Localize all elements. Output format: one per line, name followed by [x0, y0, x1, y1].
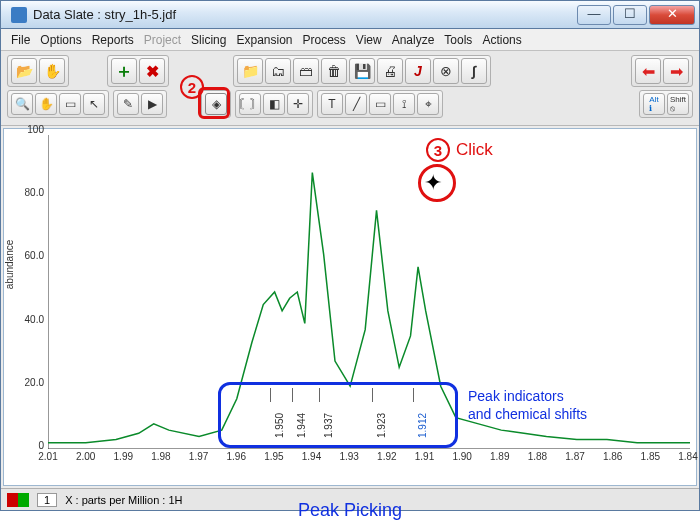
- next-button[interactable]: ➡: [663, 58, 689, 84]
- step3-badge: 3: [426, 138, 450, 162]
- y-axis-label: abundance: [4, 239, 15, 289]
- target-button[interactable]: ⌖: [417, 93, 439, 115]
- x-axis: 2.012.001.991.981.971.961.951.941.931.92…: [48, 449, 690, 475]
- menu-tools[interactable]: Tools: [444, 33, 472, 47]
- measure-button[interactable]: ⟟: [393, 93, 415, 115]
- titlebar[interactable]: Data Slate : stry_1h-5.jdf — ☐ ✕: [1, 1, 699, 29]
- window-buttons: — ☐ ✕: [577, 5, 695, 25]
- peak-labels-group: 1.9501.9441.9371.9231.912: [44, 388, 684, 448]
- peak-cursor-icon: ✦: [424, 170, 442, 196]
- play-button[interactable]: ▶: [141, 93, 163, 115]
- layers-button[interactable]: 🗃: [293, 58, 319, 84]
- y-axis: abundance 020.040.060.080.0100: [8, 135, 48, 445]
- zoom-button[interactable]: 🔍: [11, 93, 33, 115]
- integral-j-button[interactable]: J: [405, 58, 431, 84]
- trash-button[interactable]: 🗑: [321, 58, 347, 84]
- alt-toggle[interactable]: Altℹ: [643, 93, 665, 115]
- peak-label[interactable]: 1.950: [274, 413, 285, 438]
- app-icon: [11, 7, 27, 23]
- peak-label[interactable]: 1.923: [376, 413, 387, 438]
- pan-button[interactable]: ✋: [35, 93, 57, 115]
- crosshair-button[interactable]: ✛: [287, 93, 309, 115]
- click-annotation: Click: [456, 140, 493, 160]
- clear-button[interactable]: ⊗: [433, 58, 459, 84]
- menu-reports[interactable]: Reports: [92, 33, 134, 47]
- folder-button[interactable]: 📁: [237, 58, 263, 84]
- delete-button[interactable]: ✖: [139, 58, 165, 84]
- save-button[interactable]: 💾: [349, 58, 375, 84]
- print-button[interactable]: 🖨: [377, 58, 403, 84]
- peak-label[interactable]: 1.912: [417, 413, 428, 438]
- menubar: File Options Reports Project Slicing Exp…: [1, 29, 699, 51]
- brackets-button[interactable]: 〘〙: [239, 93, 261, 115]
- step2-badge: 2: [180, 75, 204, 99]
- open-folder-button[interactable]: 📂: [11, 58, 37, 84]
- menu-actions[interactable]: Actions: [482, 33, 521, 47]
- menu-expansion[interactable]: Expansion: [236, 33, 292, 47]
- stack-add-button[interactable]: 🗂: [265, 58, 291, 84]
- toolbar-area: 📂 ✋ ＋ ✖ 📁 🗂 🗃 🗑 💾 🖨 J ⊗ ∫: [1, 51, 699, 126]
- rect-button[interactable]: ▭: [369, 93, 391, 115]
- menu-file[interactable]: File: [11, 33, 30, 47]
- menu-view[interactable]: View: [356, 33, 382, 47]
- menu-options[interactable]: Options: [40, 33, 81, 47]
- menu-project: Project: [144, 33, 181, 47]
- peak-pick-button[interactable]: ◈: [205, 93, 227, 115]
- maximize-button[interactable]: ☐: [613, 5, 647, 25]
- add-button[interactable]: ＋: [111, 58, 137, 84]
- menu-analyze[interactable]: Analyze: [392, 33, 435, 47]
- region-button[interactable]: ▭: [59, 93, 81, 115]
- edit-button[interactable]: ✎: [117, 93, 139, 115]
- integral-button[interactable]: ∫: [461, 58, 487, 84]
- line-button[interactable]: ╱: [345, 93, 367, 115]
- close-button[interactable]: ✕: [649, 5, 695, 25]
- eraser-button[interactable]: ◧: [263, 93, 285, 115]
- pointer-button[interactable]: ↖: [83, 93, 105, 115]
- hand-tool-button[interactable]: ✋: [39, 58, 65, 84]
- text-button[interactable]: T: [321, 93, 343, 115]
- menu-process[interactable]: Process: [303, 33, 346, 47]
- shift-toggle[interactable]: Shift⦸: [667, 93, 689, 115]
- caption: Peak Picking: [0, 500, 700, 521]
- menu-slicing[interactable]: Slicing: [191, 33, 226, 47]
- minimize-button[interactable]: —: [577, 5, 611, 25]
- prev-button[interactable]: ⬅: [635, 58, 661, 84]
- window-title: Data Slate : stry_1h-5.jdf: [33, 7, 577, 22]
- peak-label[interactable]: 1.944: [296, 413, 307, 438]
- peak-label[interactable]: 1.937: [323, 413, 334, 438]
